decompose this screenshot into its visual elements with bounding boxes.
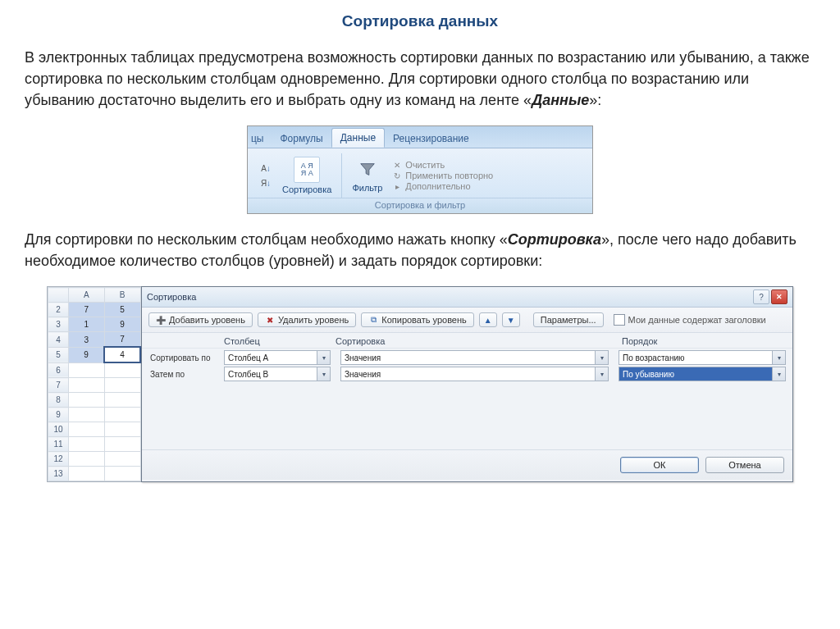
dialog-screenshot: A B 275 319 437 594 6 7 8 9 10 11 12 13 … xyxy=(47,286,793,482)
move-down-button[interactable]: ▼ xyxy=(502,312,520,327)
ribbon-tab-fragment[interactable]: цы xyxy=(251,130,272,148)
para1-text: В электронных таблицах предусмотрена воз… xyxy=(25,49,810,108)
cell-b11[interactable] xyxy=(104,437,140,452)
cell-a13[interactable] xyxy=(69,467,105,481)
filter-reapply-label: Применить повторно xyxy=(405,171,493,180)
sheet-row-9[interactable]: 9 xyxy=(48,408,69,422)
copy-level-button[interactable]: ⧉ Копировать уровень xyxy=(361,312,474,327)
hdr-empty xyxy=(150,336,224,346)
delete-level-label: Удалить уровень xyxy=(278,315,349,325)
sheet-row-4[interactable]: 4 xyxy=(48,332,69,348)
sheet-row-12[interactable]: 12 xyxy=(48,452,69,467)
cell-a12[interactable] xyxy=(69,452,105,467)
close-icon: ✕ xyxy=(776,293,783,301)
dialog-help-button[interactable]: ? xyxy=(753,289,769,304)
level-sortby-combo-1[interactable]: Значения▾ xyxy=(340,367,609,381)
cell-b9[interactable] xyxy=(104,408,140,422)
cell-a8[interactable] xyxy=(69,393,105,408)
cell-a4[interactable]: 3 xyxy=(69,332,105,348)
sort-dialog-button[interactable]: А ЯЯ А Сортировка xyxy=(279,155,335,196)
ribbon-group-caption: Сортировка и фильтр xyxy=(248,198,592,213)
copy-level-icon: ⧉ xyxy=(368,315,378,325)
cell-a6[interactable] xyxy=(69,362,105,378)
cell-a11[interactable] xyxy=(69,437,105,452)
cell-a5[interactable]: 9 xyxy=(69,347,105,362)
ribbon-tabstrip: цы Формулы Данные Рецензирование xyxy=(248,126,592,148)
level-column-combo-1[interactable]: Столбец B▾ xyxy=(224,367,331,381)
filter-clear-label: Очистить xyxy=(405,160,445,170)
move-up-button[interactable]: ▲ xyxy=(479,312,497,327)
add-level-button[interactable]: ➕ Добавить уровень xyxy=(148,312,253,327)
level-sortby-combo-0[interactable]: Значения▾ xyxy=(340,350,609,365)
sheet-col-a[interactable]: A xyxy=(69,288,105,303)
paragraph-dialog: Для сортировки по нескольким столбцам не… xyxy=(25,229,815,271)
headers-checkbox-label: Мои данные содержат заголовки xyxy=(628,315,766,325)
sheet-row-6[interactable]: 6 xyxy=(48,362,69,378)
sort-asc-button[interactable]: А↓ xyxy=(258,162,274,175)
para2-emph: Сортировка xyxy=(508,231,601,248)
hdr-column: Столбец xyxy=(224,336,336,346)
cell-b12[interactable] xyxy=(104,452,140,467)
chevron-down-icon: ▾ xyxy=(317,351,330,364)
cell-a2[interactable]: 7 xyxy=(69,303,105,317)
cell-b8[interactable] xyxy=(104,393,140,408)
sheet-row-13[interactable]: 13 xyxy=(48,467,69,481)
chevron-down-icon: ▾ xyxy=(595,367,608,381)
filter-clear[interactable]: ✕ Очистить xyxy=(392,160,493,170)
help-icon: ? xyxy=(759,293,764,302)
options-button[interactable]: Параметры... xyxy=(533,312,604,327)
copy-level-label: Копировать уровень xyxy=(381,315,467,325)
hdr-order: Порядок xyxy=(622,336,786,346)
sheet-row-3[interactable]: 3 xyxy=(48,317,69,332)
delete-level-button[interactable]: ✖ Удалить уровень xyxy=(258,312,356,327)
filter-advanced[interactable]: ▸ Дополнительно xyxy=(392,181,493,191)
level-column-value-0: Столбец A xyxy=(228,353,268,362)
ribbon-tab-data[interactable]: Данные xyxy=(331,128,385,148)
sheet-col-b[interactable]: B xyxy=(104,288,140,303)
sort-level-row: Затем по Столбец B▾ Значения▾ По убывани… xyxy=(150,366,786,382)
cancel-button[interactable]: Отмена xyxy=(705,457,784,473)
cell-b5[interactable]: 4 xyxy=(104,347,140,362)
cell-b13[interactable] xyxy=(104,467,140,481)
cell-b7[interactable] xyxy=(104,378,140,393)
add-level-label: Добавить уровень xyxy=(169,315,245,325)
cell-b10[interactable] xyxy=(104,422,140,437)
ribbon-tab-formulas[interactable]: Формулы xyxy=(272,130,331,148)
sheet-row-11[interactable]: 11 xyxy=(48,437,69,452)
sheet-row-5[interactable]: 5 xyxy=(48,347,69,362)
cell-a9[interactable] xyxy=(69,408,105,422)
sheet-row-10[interactable]: 10 xyxy=(48,422,69,437)
level-order-combo-0[interactable]: По возрастанию▾ xyxy=(619,350,786,365)
dialog-close-button[interactable]: ✕ xyxy=(771,289,788,304)
sheet-row-8[interactable]: 8 xyxy=(48,393,69,408)
sheet-row-2[interactable]: 2 xyxy=(48,303,69,317)
dialog-titlebar[interactable]: Сортировка ? ✕ xyxy=(142,287,792,308)
ok-button[interactable]: ОК xyxy=(620,457,699,473)
ribbon-tab-review[interactable]: Рецензирование xyxy=(385,130,477,148)
level-order-combo-1[interactable]: По убыванию▾ xyxy=(619,367,786,381)
ribbon-group-sort: А↓ Я↓ А ЯЯ А Сортировка xyxy=(251,153,342,198)
sheet-corner[interactable] xyxy=(48,288,69,303)
para1-suffix: »: xyxy=(589,92,601,108)
level-column-combo-0[interactable]: Столбец A▾ xyxy=(224,350,331,365)
reapply-icon: ↻ xyxy=(392,171,402,180)
level-order-value-0: По возрастанию xyxy=(623,353,685,362)
filter-button[interactable]: Фильтр xyxy=(349,157,386,194)
cell-a7[interactable] xyxy=(69,378,105,393)
cell-b3[interactable]: 9 xyxy=(104,317,140,332)
level-sortby-value-0: Значения xyxy=(345,353,381,362)
filter-reapply[interactable]: ↻ Применить повторно xyxy=(392,171,493,180)
level-order-value-1: По убыванию xyxy=(623,370,674,379)
dialog-buttons: ОК Отмена xyxy=(142,449,792,480)
headers-checkbox[interactable]: Мои данные содержат заголовки xyxy=(614,314,766,326)
sort-dialog: Сортировка ? ✕ ➕ Добавить уровень ✖ Удал… xyxy=(141,286,793,482)
sort-desc-button[interactable]: Я↓ xyxy=(258,176,274,189)
cell-b2[interactable]: 5 xyxy=(104,303,140,317)
cell-a3[interactable]: 1 xyxy=(69,317,105,332)
hdr-sortby: Сортировка xyxy=(336,336,622,346)
cell-a10[interactable] xyxy=(69,422,105,437)
cell-b6[interactable] xyxy=(104,362,140,378)
filter-label: Фильтр xyxy=(352,183,382,193)
sheet-row-7[interactable]: 7 xyxy=(48,378,69,393)
cell-b4[interactable]: 7 xyxy=(104,332,140,348)
